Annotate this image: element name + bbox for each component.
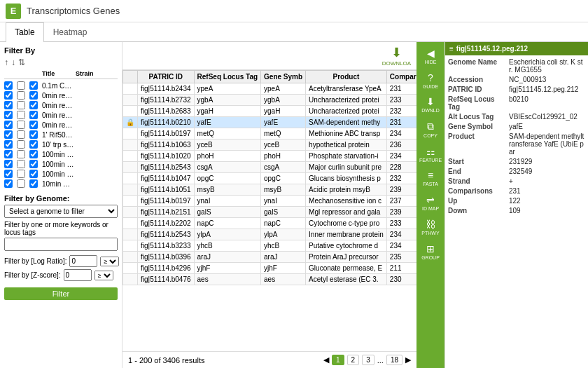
lock-cell	[123, 95, 138, 106]
guide-label: GUIDE	[423, 84, 438, 90]
filter-genome-section: Filter by Genome: Select a genome to fil…	[4, 194, 118, 218]
filter-checkbox-2[interactable]	[17, 160, 25, 168]
table-row[interactable]: fig|51114.b1047 opgC opgC Glucans biosyn…	[123, 173, 417, 184]
page-1-btn[interactable]: 1	[332, 355, 344, 365]
action-feature-button[interactable]: ⚏ FEATURE	[418, 143, 443, 166]
action-idmap-button[interactable]: ⇌ ID MAP	[418, 191, 443, 214]
sort-swap-btn[interactable]: ⇅	[18, 57, 25, 67]
filter-checkbox-2[interactable]	[17, 170, 25, 178]
tab-heatmap[interactable]: Heatmap	[44, 22, 97, 41]
table-row[interactable]: fig|51114.b3233 yhcB yhcB Putative cytoc…	[123, 240, 417, 252]
filter-checkbox-3[interactable]	[29, 111, 38, 119]
sort-up-btn[interactable]: ↑	[4, 57, 8, 67]
col-refseq-header[interactable]: RefSeq Locus Tag	[194, 71, 261, 83]
product-cell: Acetyltransferase YpeA	[306, 83, 387, 95]
filter-checkbox-2[interactable]	[17, 121, 25, 129]
table-row[interactable]: fig|51114.b1063 yceB yceB hypothetical p…	[123, 139, 417, 151]
table-row[interactable]: fig|51114.b0396 araJ araJ Protein AraJ p…	[123, 252, 417, 263]
filter-checkbox-1[interactable]	[4, 91, 13, 100]
table-row[interactable]: fig|51114.b2543 csgA csgA Major curlin s…	[123, 162, 417, 173]
patric-id-cell: fig|51114.b4296	[138, 263, 195, 274]
product-cell: hypothetical protein	[306, 139, 387, 151]
filter-checkbox-1[interactable]	[4, 150, 13, 158]
action-pathway-button[interactable]: ⛓ PTHWY	[418, 216, 443, 239]
filter-checkbox-1[interactable]	[4, 140, 13, 149]
filter-checkbox-2[interactable]	[17, 101, 25, 109]
filter-checkbox-1[interactable]	[4, 160, 13, 168]
keyword-input[interactable]	[4, 238, 118, 251]
detail-field-key: PATRIC ID	[448, 86, 507, 93]
table-row[interactable]: fig|51114.b4296 yjhF yjhF Gluconate perm…	[123, 263, 417, 274]
table-row[interactable]: fig|51114.b0476 aes aes Acetyl esterase …	[123, 274, 417, 285]
col-product-header[interactable]: Product	[306, 71, 387, 83]
filter-checkbox-1[interactable]	[4, 111, 13, 119]
table-row[interactable]: fig|51114.b0197 ynaI ynaI Mechanosensiti…	[123, 196, 417, 207]
download-button[interactable]: ⬇ DOWNLOA	[382, 45, 411, 67]
hide-label: HIDE	[425, 60, 437, 65]
filter-row-title: 0.1m CaCl2wash v.s. befor	[42, 82, 74, 90]
filter-checkbox-1[interactable]	[4, 121, 13, 129]
table-row[interactable]: fig|51114.b1051 msyB msyB Acidic protein…	[123, 184, 417, 196]
col-gene-header[interactable]: Gene Symb	[261, 71, 306, 83]
comp-cell: 233	[386, 218, 416, 229]
table-row[interactable]: fig|51114.b2202 napC napC Cytochrome c-t…	[123, 218, 417, 229]
action-download-button[interactable]: ⬇ DWNLD	[418, 93, 443, 116]
filter-checkbox-2[interactable]	[17, 130, 25, 139]
comp-cell: 235	[386, 252, 416, 263]
action-copy-button[interactable]: ⧉ COPY	[418, 118, 443, 142]
filter-checkbox-3[interactable]	[29, 91, 38, 100]
action-group-button[interactable]: ⊞ GROUP	[418, 240, 443, 264]
detail-field-val: yafE	[509, 123, 585, 130]
filter-checkbox-3[interactable]	[29, 130, 38, 139]
filter-checkbox-3[interactable]	[29, 150, 38, 158]
log-ratio-input[interactable]	[69, 255, 97, 267]
col-patric-id-header[interactable]: PATRIC ID	[138, 71, 195, 83]
table-row[interactable]: fig|51114.b2683 ygaH ygaH Uncharacterize…	[123, 106, 417, 117]
action-hide-button[interactable]: ◀ HIDE	[418, 45, 443, 68]
filter-checkbox-2[interactable]	[17, 140, 25, 149]
filter-checkbox-1[interactable]	[4, 101, 13, 109]
table-row[interactable]: fig|51114.b0197 metQ metQ Methionine ABC…	[123, 128, 417, 139]
table-wrapper: PATRIC ID RefSeq Locus Tag Gene Symb Pro…	[122, 70, 416, 351]
filter-checkbox-3[interactable]	[29, 160, 38, 168]
table-row[interactable]: fig|51114.b1020 phoH phoH Phosphate star…	[123, 151, 417, 162]
filter-checkbox-2[interactable]	[17, 111, 25, 119]
filter-button[interactable]: Filter	[4, 287, 118, 300]
filter-checkbox-1[interactable]	[4, 130, 13, 139]
filter-checkbox-3[interactable]	[29, 179, 38, 188]
filter-checkbox-3[interactable]	[29, 121, 38, 129]
tab-table[interactable]: Table	[6, 22, 44, 42]
filter-checkbox-3[interactable]	[29, 81, 38, 90]
filter-checkbox-3[interactable]	[29, 101, 38, 109]
filter-checkbox-2[interactable]	[17, 81, 25, 90]
log-ratio-select[interactable]: ≥	[100, 257, 119, 266]
filter-checkbox-3[interactable]	[29, 170, 38, 178]
gene-cell: yhcB	[261, 240, 306, 252]
table-row[interactable]: fig|51114.b2543 ylpA ylpA Inner membrane…	[123, 229, 417, 240]
filter-checkbox-2[interactable]	[17, 179, 25, 188]
filter-checkbox-2[interactable]	[17, 91, 25, 100]
action-guide-button[interactable]: ? GUIDE	[418, 69, 443, 93]
genome-select[interactable]: Select a genome to filter	[4, 205, 118, 218]
table-row[interactable]: fig|51114.b2732 ygbA ygbA Uncharacterize…	[123, 95, 417, 106]
page-3-btn[interactable]: 3	[362, 355, 374, 365]
col-comp-header[interactable]: Compariso	[386, 71, 416, 83]
sort-down-btn[interactable]: ↓	[11, 57, 15, 67]
table-row[interactable]: fig|51114.b2434 ypeA ypeA Acetyltransfer…	[123, 83, 417, 95]
filter-checkbox-1[interactable]	[4, 81, 13, 90]
filter-checkbox-3[interactable]	[29, 140, 38, 149]
filter-checkbox-1[interactable]	[4, 179, 13, 188]
filter-checkbox-2[interactable]	[17, 150, 25, 158]
zscore-select[interactable]: ≥	[94, 271, 113, 280]
patric-id-cell: fig|51114.b3233	[138, 240, 195, 252]
refseq-cell: yhcB	[194, 240, 261, 252]
zscore-input[interactable]	[64, 269, 92, 281]
action-fasta-button[interactable]: ≡ FASTA	[418, 167, 443, 190]
filter-checkbox-1[interactable]	[4, 170, 13, 178]
table-row[interactable]: fig|51114.b2151 galS galS Mgl repressor …	[123, 207, 417, 218]
table-row[interactable]: 🔒 fig|51114.b0210 yafE yafE SAM-dependen…	[123, 117, 417, 128]
page-2-btn[interactable]: 2	[347, 355, 360, 365]
table-area: ⬇ DOWNLOA PATRIC ID RefSeq Locus Tag Gen…	[122, 42, 416, 368]
detail-header-title: fig|511145.12.peg.212	[456, 45, 528, 53]
page-18-btn[interactable]: 18	[386, 355, 402, 365]
